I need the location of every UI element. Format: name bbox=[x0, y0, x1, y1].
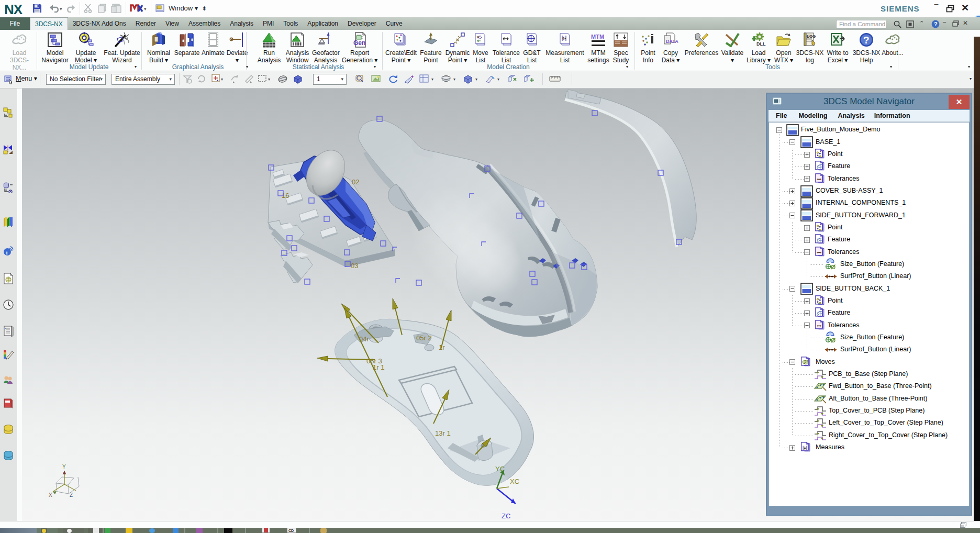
svg-text:ZC: ZC bbox=[502, 512, 510, 520]
svg-text:▾: ▾ bbox=[268, 77, 270, 82]
svg-text:▾: ▾ bbox=[431, 77, 433, 82]
svg-text:▾: ▾ bbox=[60, 6, 62, 12]
svg-text:▾: ▾ bbox=[475, 77, 477, 82]
svg-text:Y: Y bbox=[62, 464, 66, 470]
svg-text:05r 2: 05r 2 bbox=[416, 334, 432, 342]
svg-text:02: 02 bbox=[352, 178, 359, 186]
svg-text:▾: ▾ bbox=[453, 77, 455, 82]
svg-text:03: 03 bbox=[351, 262, 358, 270]
svg-text:▾: ▾ bbox=[497, 77, 499, 82]
svg-text:DATA: DATA bbox=[666, 39, 678, 44]
svg-text:YC: YC bbox=[495, 465, 505, 473]
svg-text:1r: 1r bbox=[439, 343, 445, 351]
svg-text:04r: 04r bbox=[359, 335, 369, 343]
svg-text:DLL: DLL bbox=[756, 41, 766, 47]
svg-text:?: ? bbox=[934, 21, 938, 27]
svg-text:?: ? bbox=[863, 35, 870, 46]
svg-text:MTM: MTM bbox=[591, 34, 604, 40]
svg-text:Gen: Gen bbox=[353, 39, 365, 47]
svg-text:▾: ▾ bbox=[144, 6, 147, 12]
svg-text:13r 1: 13r 1 bbox=[435, 429, 451, 437]
svg-text:LOG: LOG bbox=[807, 34, 816, 39]
svg-text:Z: Z bbox=[70, 492, 73, 498]
svg-text:X: X bbox=[49, 492, 52, 498]
svg-text:1r 1: 1r 1 bbox=[373, 363, 384, 371]
svg-text:i: i bbox=[6, 249, 8, 256]
svg-text:▾: ▾ bbox=[221, 77, 223, 82]
svg-text:XC: XC bbox=[510, 478, 519, 485]
